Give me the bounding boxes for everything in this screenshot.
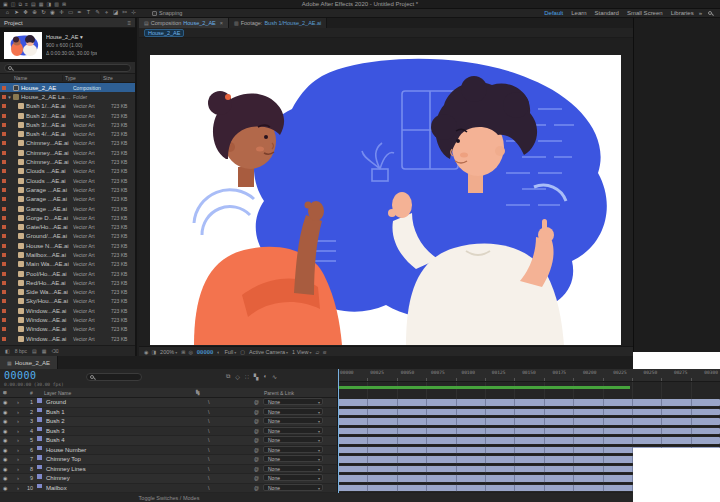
layer-color-chip[interactable] bbox=[37, 408, 42, 413]
layer-expander-icon[interactable]: › bbox=[17, 474, 19, 484]
workspace-libraries[interactable]: Libraries bbox=[671, 10, 694, 16]
hand-tool-icon[interactable]: ✥ bbox=[21, 10, 30, 16]
project-row[interactable]: Bush 1/...AE.aiVector Art723 KB bbox=[0, 102, 135, 111]
label-color-chip[interactable] bbox=[2, 207, 6, 211]
new-folder-icon[interactable]: ▤ bbox=[32, 348, 37, 354]
timeline-layer-row[interactable]: ◉›7Chimney Top\@None▾ bbox=[0, 455, 720, 465]
layer-expander-icon[interactable]: › bbox=[17, 398, 19, 408]
layer-color-chip[interactable] bbox=[37, 455, 42, 460]
project-row[interactable]: Window...AE.aiVector Art723 KB bbox=[0, 325, 135, 334]
parent-link-dropdown[interactable]: None▾ bbox=[263, 436, 323, 443]
layer-name[interactable]: Bush 3 bbox=[46, 427, 65, 437]
project-row[interactable]: Sky/Hou...AE.aiVector Art723 KB bbox=[0, 297, 135, 306]
project-row[interactable]: Garage ...AE.aiVector Art723 KB bbox=[0, 195, 135, 204]
label-color-chip[interactable] bbox=[2, 234, 6, 238]
quality-switch-icon[interactable]: \ bbox=[208, 474, 210, 484]
pixel-aspect-icon[interactable]: ▱ bbox=[316, 349, 320, 355]
project-row[interactable]: Chimney...AE.aiVector Art723 KB bbox=[0, 148, 135, 157]
viewer-tab[interactable]: ▥Footage:Bush 1/House_2_AE.ai bbox=[229, 18, 327, 28]
project-search-input[interactable] bbox=[4, 64, 131, 72]
layer-duration-bar[interactable] bbox=[338, 418, 720, 425]
quality-switch-icon[interactable]: \ bbox=[208, 455, 210, 465]
visibility-eye-icon[interactable]: ◉ bbox=[3, 398, 7, 408]
label-color-chip[interactable] bbox=[2, 188, 6, 192]
project-row[interactable]: Pool/Ho...AE.aiVector Art723 KB bbox=[0, 269, 135, 278]
timeline-search-input[interactable] bbox=[86, 373, 142, 381]
timeline-tab[interactable]: ▦ House_2_AE bbox=[0, 356, 58, 369]
quality-switch-icon[interactable]: \ bbox=[208, 446, 210, 456]
label-color-chip[interactable] bbox=[2, 104, 6, 108]
shape-tool-icon[interactable]: ▭ bbox=[66, 10, 75, 16]
motion-blur-icon[interactable]: ◐ bbox=[263, 373, 267, 380]
parent-link-dropdown[interactable]: None▾ bbox=[263, 408, 323, 415]
project-row[interactable]: Window...AE.aiVector Art723 KB bbox=[0, 334, 135, 343]
grid-icon[interactable]: ▤ bbox=[31, 2, 36, 7]
label-color-chip[interactable] bbox=[2, 299, 6, 303]
show-channels-icon[interactable]: ◨ bbox=[151, 349, 156, 355]
layer-name[interactable]: Bush 2 bbox=[46, 417, 65, 427]
rows-icon[interactable]: ▥ bbox=[54, 2, 59, 7]
exposure-icon[interactable]: ◐ bbox=[217, 349, 220, 355]
expander-icon[interactable]: ▾ bbox=[6, 94, 13, 100]
layer-track[interactable] bbox=[338, 398, 720, 408]
parent-link-dropdown[interactable]: None▾ bbox=[263, 417, 323, 424]
timeline-layer-row[interactable]: ◉›5Bush 4\@None▾ bbox=[0, 436, 720, 446]
hide-shy-layers-icon[interactable]: ∷ bbox=[245, 373, 249, 380]
comp-mini-flowchart-icon[interactable]: ⧉ bbox=[226, 373, 230, 380]
frame-blending-icon[interactable]: ▚ bbox=[254, 373, 259, 380]
bit-depth-button[interactable]: 8 bpc bbox=[15, 348, 27, 354]
pan-behind-tool-icon[interactable]: ✛ bbox=[57, 10, 66, 16]
workspace-small-screen[interactable]: Small Screen bbox=[627, 10, 663, 16]
visibility-eye-icon[interactable]: ◉ bbox=[3, 417, 7, 427]
preview-caret-icon[interactable]: ▾ bbox=[80, 34, 83, 40]
delete-item-icon[interactable]: ⌫ bbox=[51, 348, 58, 354]
layer-duration-bar[interactable] bbox=[338, 437, 720, 444]
parent-link-dropdown[interactable]: None▾ bbox=[263, 398, 323, 405]
timeline-ruler[interactable]: 0000000025000500007500100001250015000175… bbox=[338, 369, 720, 382]
region-of-interest-icon[interactable]: ▢ bbox=[240, 349, 245, 355]
pen-tool-icon[interactable]: ✒ bbox=[75, 10, 84, 16]
menu-icon[interactable]: ≡ bbox=[25, 2, 28, 7]
parent-link-dropdown[interactable]: None▾ bbox=[263, 455, 323, 462]
project-row[interactable]: Garage ...AE.aiVector Art723 KB bbox=[0, 204, 135, 213]
label-color-chip[interactable] bbox=[2, 197, 6, 201]
pickwhip-icon[interactable]: @ bbox=[254, 484, 259, 494]
label-color-chip[interactable] bbox=[2, 169, 6, 173]
label-color-chip[interactable] bbox=[2, 244, 6, 248]
layer-name[interactable]: Chimney bbox=[46, 474, 70, 484]
layer-duration-bar[interactable] bbox=[338, 428, 720, 435]
selection-tool-icon[interactable]: ➤ bbox=[12, 10, 21, 16]
layer-color-chip[interactable] bbox=[37, 427, 42, 432]
project-row[interactable]: Main Wa...AE.aiVector Art723 KB bbox=[0, 260, 135, 269]
project-row[interactable]: Window...AE.aiVector Art723 KB bbox=[0, 306, 135, 315]
timeline-layer-row[interactable]: ◉›1Ground\@None▾ bbox=[0, 398, 720, 408]
parent-link-dropdown[interactable]: None▾ bbox=[263, 427, 323, 434]
layer-color-chip[interactable] bbox=[37, 446, 42, 451]
quality-switch-icon[interactable]: \ bbox=[208, 417, 210, 427]
roto-brush-tool-icon[interactable]: ✄ bbox=[120, 10, 129, 16]
project-row[interactable]: Gorge D...AE.aiVector Art723 KB bbox=[0, 213, 135, 222]
pickwhip-icon[interactable]: @ bbox=[254, 474, 259, 484]
project-row[interactable]: Gate/Ho...AE.aiVector Art723 KB bbox=[0, 222, 135, 231]
layer-name[interactable]: Chimney Top bbox=[46, 455, 81, 465]
project-row[interactable]: House_2_AEComposition bbox=[0, 83, 135, 92]
panel-icon[interactable]: ▦ bbox=[39, 2, 44, 7]
fast-previews-icon[interactable]: ≋ bbox=[322, 349, 326, 355]
quality-switch-icon[interactable]: \ bbox=[208, 436, 210, 446]
visibility-eye-icon[interactable]: ◉ bbox=[3, 446, 7, 456]
graph-editor-icon[interactable]: ∿ bbox=[272, 373, 277, 380]
label-color-chip[interactable] bbox=[2, 151, 6, 155]
label-color-chip[interactable] bbox=[2, 318, 6, 322]
label-color-chip[interactable] bbox=[2, 290, 6, 294]
layer-name[interactable]: Bush 1 bbox=[46, 408, 65, 418]
column-name[interactable]: Name bbox=[0, 75, 62, 81]
label-color-chip[interactable] bbox=[2, 272, 6, 276]
parent-link-dropdown[interactable]: None▾ bbox=[263, 484, 323, 491]
layer-color-chip[interactable] bbox=[37, 474, 42, 479]
layer-name-column[interactable]: Layer Name bbox=[44, 388, 71, 398]
resolution-dropdown[interactable]: Full▾ bbox=[224, 349, 236, 355]
pickwhip-icon[interactable]: @ bbox=[254, 408, 259, 418]
comp-crumb[interactable]: House_2_AE bbox=[144, 29, 184, 37]
tab-project[interactable]: Project bbox=[4, 20, 23, 26]
visibility-eye-icon[interactable]: ◉ bbox=[3, 474, 7, 484]
